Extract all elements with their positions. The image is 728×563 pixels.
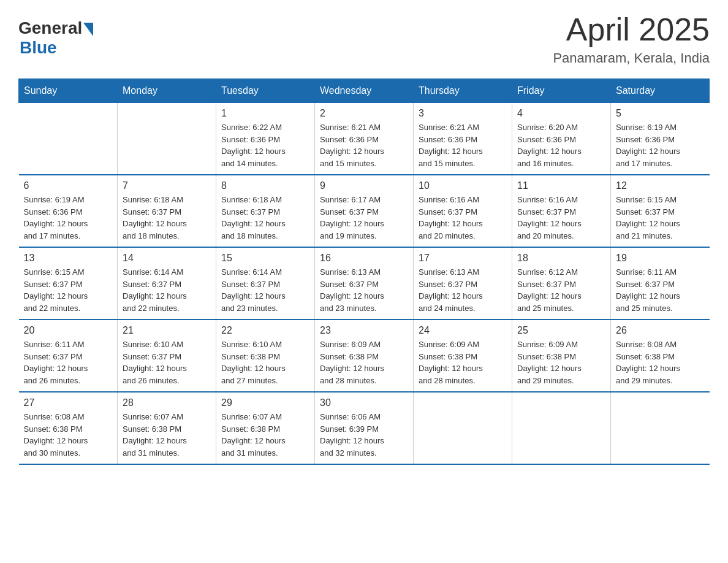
- calendar-day-cell: [611, 392, 710, 464]
- calendar-day-cell: 14Sunrise: 6:14 AM Sunset: 6:37 PM Dayli…: [118, 247, 216, 320]
- calendar-table: SundayMondayTuesdayWednesdayThursdayFrid…: [18, 79, 710, 465]
- day-of-week-header: Tuesday: [216, 79, 315, 103]
- calendar-day-cell: 28Sunrise: 6:07 AM Sunset: 6:38 PM Dayli…: [118, 392, 216, 464]
- calendar-week-row: 6Sunrise: 6:19 AM Sunset: 6:36 PM Daylig…: [19, 175, 710, 247]
- day-number: 21: [123, 325, 211, 336]
- day-number: 19: [616, 253, 705, 264]
- calendar-day-cell: 17Sunrise: 6:13 AM Sunset: 6:37 PM Dayli…: [414, 247, 512, 320]
- calendar-day-cell: 12Sunrise: 6:15 AM Sunset: 6:37 PM Dayli…: [611, 175, 710, 247]
- logo-blue-text: Blue: [20, 38, 57, 58]
- page-header: General Blue April 2025 Panamaram, Keral…: [18, 12, 710, 66]
- calendar-day-cell: 1Sunrise: 6:22 AM Sunset: 6:36 PM Daylig…: [216, 103, 315, 175]
- calendar-day-cell: 8Sunrise: 6:18 AM Sunset: 6:37 PM Daylig…: [216, 175, 315, 247]
- calendar-day-cell: 5Sunrise: 6:19 AM Sunset: 6:36 PM Daylig…: [611, 103, 710, 175]
- day-info: Sunrise: 6:08 AM Sunset: 6:38 PM Dayligh…: [616, 339, 705, 386]
- day-info: Sunrise: 6:19 AM Sunset: 6:36 PM Dayligh…: [24, 194, 113, 242]
- calendar-day-cell: 23Sunrise: 6:09 AM Sunset: 6:38 PM Dayli…: [315, 320, 414, 392]
- day-of-week-header: Thursday: [414, 79, 512, 103]
- day-info: Sunrise: 6:11 AM Sunset: 6:37 PM Dayligh…: [616, 266, 705, 314]
- location-subtitle: Panamaram, Kerala, India: [553, 50, 710, 66]
- day-number: 10: [419, 180, 507, 191]
- calendar-day-cell: 6Sunrise: 6:19 AM Sunset: 6:36 PM Daylig…: [19, 175, 118, 247]
- logo: General Blue: [18, 18, 93, 58]
- day-info: Sunrise: 6:19 AM Sunset: 6:36 PM Dayligh…: [616, 121, 705, 169]
- day-info: Sunrise: 6:08 AM Sunset: 6:38 PM Dayligh…: [24, 411, 113, 459]
- day-number: 6: [24, 180, 113, 191]
- day-info: Sunrise: 6:06 AM Sunset: 6:39 PM Dayligh…: [320, 411, 408, 459]
- calendar-day-cell: 27Sunrise: 6:08 AM Sunset: 6:38 PM Dayli…: [19, 392, 118, 464]
- day-number: 17: [419, 253, 507, 264]
- day-number: 2: [320, 108, 408, 119]
- calendar-day-cell: 29Sunrise: 6:07 AM Sunset: 6:38 PM Dayli…: [216, 392, 315, 464]
- day-info: Sunrise: 6:16 AM Sunset: 6:37 PM Dayligh…: [419, 194, 507, 242]
- day-info: Sunrise: 6:14 AM Sunset: 6:37 PM Dayligh…: [123, 266, 211, 314]
- calendar-day-cell: 21Sunrise: 6:10 AM Sunset: 6:37 PM Dayli…: [118, 320, 216, 392]
- day-number: 23: [320, 325, 408, 336]
- day-of-week-header: Monday: [118, 79, 216, 103]
- day-info: Sunrise: 6:09 AM Sunset: 6:38 PM Dayligh…: [320, 339, 408, 386]
- calendar-day-cell: [414, 392, 512, 464]
- day-info: Sunrise: 6:20 AM Sunset: 6:36 PM Dayligh…: [517, 121, 605, 169]
- calendar-day-cell: 30Sunrise: 6:06 AM Sunset: 6:39 PM Dayli…: [315, 392, 414, 464]
- day-info: Sunrise: 6:12 AM Sunset: 6:37 PM Dayligh…: [517, 266, 605, 314]
- calendar-week-row: 27Sunrise: 6:08 AM Sunset: 6:38 PM Dayli…: [19, 392, 710, 464]
- calendar-day-cell: 19Sunrise: 6:11 AM Sunset: 6:37 PM Dayli…: [611, 247, 710, 320]
- day-info: Sunrise: 6:17 AM Sunset: 6:37 PM Dayligh…: [320, 194, 408, 242]
- calendar-day-cell: 22Sunrise: 6:10 AM Sunset: 6:38 PM Dayli…: [216, 320, 315, 392]
- day-info: Sunrise: 6:13 AM Sunset: 6:37 PM Dayligh…: [419, 266, 507, 314]
- calendar-day-cell: 13Sunrise: 6:15 AM Sunset: 6:37 PM Dayli…: [19, 247, 118, 320]
- calendar-day-cell: [512, 392, 611, 464]
- day-number: 24: [419, 325, 507, 336]
- calendar-day-cell: 18Sunrise: 6:12 AM Sunset: 6:37 PM Dayli…: [512, 247, 611, 320]
- day-info: Sunrise: 6:13 AM Sunset: 6:37 PM Dayligh…: [320, 266, 408, 314]
- day-number: 5: [616, 108, 705, 119]
- calendar-day-cell: 2Sunrise: 6:21 AM Sunset: 6:36 PM Daylig…: [315, 103, 414, 175]
- day-number: 11: [517, 180, 605, 191]
- calendar-day-cell: 3Sunrise: 6:21 AM Sunset: 6:36 PM Daylig…: [414, 103, 512, 175]
- calendar-day-cell: 16Sunrise: 6:13 AM Sunset: 6:37 PM Dayli…: [315, 247, 414, 320]
- day-number: 14: [123, 253, 211, 264]
- calendar-day-cell: 25Sunrise: 6:09 AM Sunset: 6:38 PM Dayli…: [512, 320, 611, 392]
- calendar-day-cell: 15Sunrise: 6:14 AM Sunset: 6:37 PM Dayli…: [216, 247, 315, 320]
- day-number: 7: [123, 180, 211, 191]
- day-number: 30: [320, 397, 408, 408]
- day-number: 28: [123, 397, 211, 408]
- day-number: 3: [419, 108, 507, 119]
- day-number: 12: [616, 180, 705, 191]
- day-info: Sunrise: 6:10 AM Sunset: 6:38 PM Dayligh…: [221, 339, 309, 386]
- day-number: 26: [616, 325, 705, 336]
- calendar-day-cell: 9Sunrise: 6:17 AM Sunset: 6:37 PM Daylig…: [315, 175, 414, 247]
- day-number: 22: [221, 325, 309, 336]
- calendar-day-cell: 20Sunrise: 6:11 AM Sunset: 6:37 PM Dayli…: [19, 320, 118, 392]
- day-number: 13: [24, 253, 113, 264]
- calendar-week-row: 13Sunrise: 6:15 AM Sunset: 6:37 PM Dayli…: [19, 247, 710, 320]
- calendar-week-row: 20Sunrise: 6:11 AM Sunset: 6:37 PM Dayli…: [19, 320, 710, 392]
- day-number: 18: [517, 253, 605, 264]
- day-of-week-header: Friday: [512, 79, 611, 103]
- month-title: April 2025: [553, 12, 710, 47]
- day-number: 9: [320, 180, 408, 191]
- day-number: 4: [517, 108, 605, 119]
- day-info: Sunrise: 6:15 AM Sunset: 6:37 PM Dayligh…: [24, 266, 113, 314]
- calendar-day-cell: 7Sunrise: 6:18 AM Sunset: 6:37 PM Daylig…: [118, 175, 216, 247]
- day-info: Sunrise: 6:16 AM Sunset: 6:37 PM Dayligh…: [517, 194, 605, 242]
- day-of-week-header: Saturday: [611, 79, 710, 103]
- day-info: Sunrise: 6:10 AM Sunset: 6:37 PM Dayligh…: [123, 339, 211, 386]
- day-info: Sunrise: 6:22 AM Sunset: 6:36 PM Dayligh…: [221, 121, 309, 169]
- calendar-day-cell: 26Sunrise: 6:08 AM Sunset: 6:38 PM Dayli…: [611, 320, 710, 392]
- day-info: Sunrise: 6:18 AM Sunset: 6:37 PM Dayligh…: [221, 194, 309, 242]
- calendar-week-row: 1Sunrise: 6:22 AM Sunset: 6:36 PM Daylig…: [19, 103, 710, 175]
- day-number: 29: [221, 397, 309, 408]
- calendar-day-cell: 4Sunrise: 6:20 AM Sunset: 6:36 PM Daylig…: [512, 103, 611, 175]
- logo-general-text: General: [18, 18, 82, 38]
- calendar-day-cell: [118, 103, 216, 175]
- calendar-day-cell: 24Sunrise: 6:09 AM Sunset: 6:38 PM Dayli…: [414, 320, 512, 392]
- day-info: Sunrise: 6:18 AM Sunset: 6:37 PM Dayligh…: [123, 194, 211, 242]
- day-number: 8: [221, 180, 309, 191]
- day-number: 15: [221, 253, 309, 264]
- day-number: 16: [320, 253, 408, 264]
- calendar-day-cell: 11Sunrise: 6:16 AM Sunset: 6:37 PM Dayli…: [512, 175, 611, 247]
- day-info: Sunrise: 6:11 AM Sunset: 6:37 PM Dayligh…: [24, 339, 113, 386]
- day-info: Sunrise: 6:21 AM Sunset: 6:36 PM Dayligh…: [419, 121, 507, 169]
- day-number: 20: [24, 325, 113, 336]
